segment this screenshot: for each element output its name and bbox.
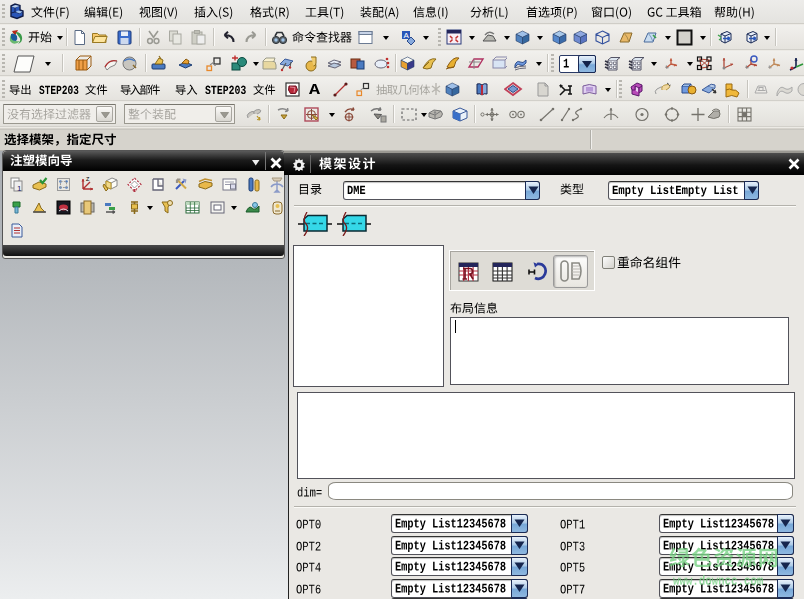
svg-text:1: 1	[17, 184, 22, 193]
svg-text:Z: Z	[86, 176, 90, 182]
svg-text:A: A	[404, 31, 410, 40]
